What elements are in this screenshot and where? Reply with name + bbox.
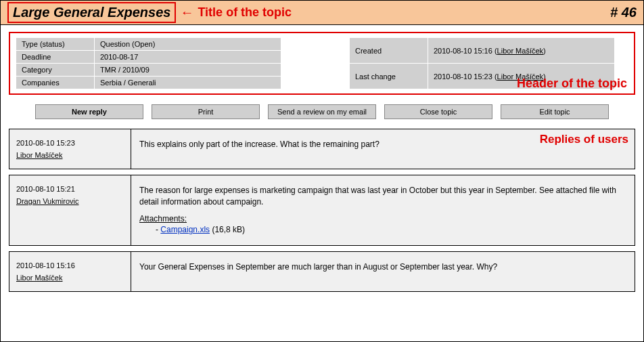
reply-text: The reason for large expenses is marketi… xyxy=(139,185,626,208)
header-value: TMR / 2010/09 xyxy=(95,64,281,76)
header-value: Question (Open) xyxy=(95,38,281,50)
attachment-link[interactable]: Campaign.xls xyxy=(160,225,210,234)
reply-timestamp: 2010-08-10 15:21 xyxy=(16,185,124,193)
header-row: Companies Serbia / Generali xyxy=(16,77,281,89)
header-key: Companies xyxy=(16,77,94,89)
reply-body: Your General Expenses in September are m… xyxy=(131,252,635,291)
reply-timestamp: 2010-08-10 15:16 xyxy=(16,261,124,270)
header-key: Last change xyxy=(350,64,428,89)
header-row: Category TMR / 2010/09 xyxy=(16,64,281,76)
reply-body: The reason for large expenses is marketi… xyxy=(131,175,635,245)
content-area: Type (status) Question (Open) Deadline 2… xyxy=(1,25,643,304)
header-row: Deadline 2010-08-17 xyxy=(16,51,281,63)
replies-list: Replies of users 2010-08-10 15:23 Libor … xyxy=(9,129,635,292)
annotation-replies: Replies of users xyxy=(540,133,628,146)
header-key: Type (status) xyxy=(16,38,94,50)
topic-number: # 46 xyxy=(610,5,637,20)
user-link[interactable]: Libor Mašíček xyxy=(497,47,543,55)
header-row: Created 2010-08-10 15:16 (Libor Mašíček) xyxy=(350,38,614,63)
action-buttons: New reply Print Send a review on my emai… xyxy=(9,104,635,119)
reply-meta: 2010-08-10 15:23 Libor Mašíček xyxy=(9,129,131,169)
topic-window: Large General Expenses ← Title of the to… xyxy=(0,0,644,342)
header-row: Type (status) Question (Open) xyxy=(16,38,281,50)
reply-meta: 2010-08-10 15:21 Dragan Vukmirovic xyxy=(9,175,131,245)
header-value-text: ) xyxy=(543,47,546,55)
reply-meta: 2010-08-10 15:16 Libor Mašíček xyxy=(9,252,131,291)
reply-item: 2010-08-10 15:21 Dragan Vukmirovic The r… xyxy=(9,175,635,246)
header-key: Created xyxy=(350,38,428,63)
annotation-header: Header of the topic xyxy=(517,77,627,91)
header-value: Serbia / Generali xyxy=(95,77,281,89)
header-value-text: 2010-08-10 15:16 ( xyxy=(434,47,497,55)
close-topic-button[interactable]: Close topic xyxy=(384,104,492,119)
edit-topic-button[interactable]: Edit topic xyxy=(501,104,609,119)
header-value: 2010-08-10 15:16 (Libor Mašíček) xyxy=(428,38,614,63)
send-review-button[interactable]: Send a review on my email xyxy=(268,104,376,119)
reply-item: 2010-08-10 15:16 Libor Mašíček Your Gene… xyxy=(9,251,635,292)
reply-text: Your General Expenses in September are m… xyxy=(139,262,497,272)
annotation-title: Title of the topic xyxy=(198,5,292,20)
attachments-label: Attachments: xyxy=(139,213,626,225)
header-key: Category xyxy=(16,64,94,76)
reply-text: This explains only part of the increase.… xyxy=(139,140,380,149)
print-button[interactable]: Print xyxy=(152,104,260,119)
reply-timestamp: 2010-08-10 15:23 xyxy=(16,139,124,147)
reply-author-link[interactable]: Libor Mašíček xyxy=(16,151,62,159)
title-bar: Large General Expenses ← Title of the to… xyxy=(1,1,643,25)
topic-title: Large General Expenses xyxy=(7,2,176,23)
header-key: Deadline xyxy=(16,51,94,63)
reply-author-link[interactable]: Dragan Vukmirovic xyxy=(16,197,79,205)
header-value-text: 2010-08-10 15:23 ( xyxy=(434,72,497,81)
header-table-left: Type (status) Question (Open) Deadline 2… xyxy=(16,37,281,89)
header-value: 2010-08-17 xyxy=(95,51,281,63)
attachment-size: (16,8 kB) xyxy=(210,225,245,234)
new-reply-button[interactable]: New reply xyxy=(35,104,143,119)
attachment-item: - Campaign.xls (16,8 kB) xyxy=(156,224,626,236)
topic-header: Type (status) Question (Open) Deadline 2… xyxy=(9,32,635,95)
arrow-left-icon: ← xyxy=(180,5,193,20)
reply-author-link[interactable]: Libor Mašíček xyxy=(16,274,62,282)
